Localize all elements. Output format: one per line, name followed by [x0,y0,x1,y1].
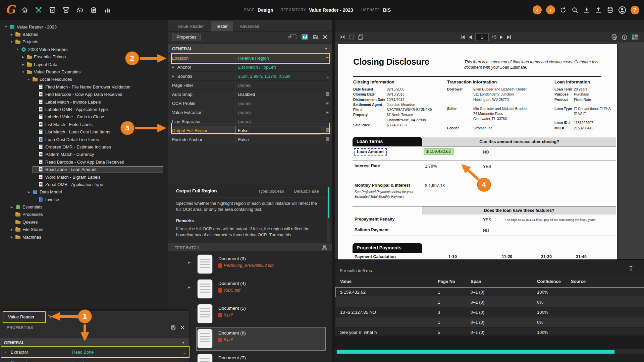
tree-item[interactable]: List Match - Loan Cost Line Items [0,128,168,135]
tree-expander-icon[interactable] [10,33,14,36]
tree-item[interactable]: Projects [0,38,168,46]
properties-chip[interactable]: Properties [172,33,201,41]
property-value[interactable]: 2.5in, 2.99in, 1.17in, 0.35in [235,72,323,80]
property-value[interactable]: (none) [235,81,323,89]
col-confidence[interactable]: Confidence [537,279,571,284]
help-button[interactable]: ? [631,6,639,14]
loan-terms-row-value[interactable]: 1.79% [425,164,437,169]
tree-item[interactable]: Queues [0,218,168,226]
property-value[interactable]: False [235,127,321,134]
repository-value[interactable]: Value Reader - 2023 [309,7,353,13]
upload-icon[interactable] [595,6,602,14]
tree-item[interactable]: List Match - Field Labels [0,121,168,128]
property-row[interactable]: Bounds 2.5in, 2.99in, 1.17in, 0.35in [168,72,332,81]
user-icon[interactable] [618,6,626,14]
save-icon[interactable] [171,325,176,330]
property-row[interactable]: OCR Profile (none) [168,99,332,108]
general-section-header[interactable]: GENERAL ▾ [168,44,332,54]
property-row[interactable]: Value Extractor (none) [168,108,332,117]
tree-item[interactable]: Label Match - Invoice Labels [0,98,168,106]
tree-item[interactable]: Labeled OMR - Application Type [0,106,168,113]
download-icon[interactable] [583,6,590,14]
property-row[interactable]: Location Relative Region [168,54,332,63]
result-row[interactable]: $ 159,432.62 1 0–1 (0) 100% [335,287,644,297]
search-icon[interactable] [571,6,579,14]
bottom-tab-value-reader[interactable]: Value Reader [3,313,39,321]
tree-expander-icon[interactable] [15,48,19,51]
archive-in-icon[interactable] [48,6,57,14]
property-value[interactable]: Disabled [235,90,323,99]
tree-item[interactable]: Machines [0,233,168,241]
property-adorn-icon[interactable] [323,74,332,79]
archive-out-icon[interactable] [62,6,70,14]
property-adorn-icon[interactable] [180,350,189,355]
info-icon[interactable] [622,34,628,40]
copy-pages-icon[interactable] [358,35,364,40]
help-scrollbar[interactable] [327,186,330,242]
fit-width-icon[interactable] [339,35,345,40]
bottom-general-header[interactable]: GENERAL ▾ [0,338,189,348]
property-value[interactable]: Read Zone [69,347,180,357]
property-adorn-icon[interactable] [323,110,332,115]
result-row[interactable]: 13 -$ 2,327.85 NO 3 0–1 (0) 100% [335,307,644,317]
help-scrollbar-thumb[interactable] [328,187,329,218]
tree-expander-icon[interactable] [21,55,25,59]
back-button[interactable]: ‹ [533,5,542,14]
property-value[interactable]: (none) [235,99,323,108]
property-adorn-icon[interactable] [180,360,189,362]
property-value[interactable]: (none) [235,108,323,117]
tree-item[interactable]: 2023 Value Readers [0,46,168,53]
tree-item[interactable]: Field Match - File Name Borrower Validat… [0,83,168,90]
tree-item[interactable]: Ordered OMR - Estimate Includes [0,143,168,150]
tree-item[interactable]: Layout Data [0,61,168,68]
tools-icon[interactable] [34,6,43,14]
property-adorn-icon[interactable] [323,128,332,133]
col-source[interactable]: Source [571,279,644,284]
property-adorn-icon[interactable] [323,101,332,106]
database-icon[interactable] [606,6,614,14]
close-icon[interactable] [323,35,328,40]
chevron-down-icon[interactable]: ▾ [325,47,327,51]
result-row[interactable]: 1 0–1 (0) 0% [335,297,644,307]
property-row[interactable]: Auto Snap Disabled [168,90,332,99]
tab-advanced[interactable]: Advanced [234,21,265,32]
results-scrollbar[interactable] [335,349,644,354]
forward-button[interactable]: › [546,5,555,14]
result-row[interactable]: 1 0–1 (0) 0% [335,317,644,327]
property-adorn-icon[interactable] [323,137,332,142]
batch-document-item[interactable]: Document (7) [168,351,332,362]
tree-expander-icon[interactable] [10,228,14,231]
tree-expander-icon[interactable] [4,25,8,28]
document-expander-icon[interactable] [188,286,191,289]
property-adorn-icon[interactable] [323,56,332,61]
tree-item[interactable]: Data Model [0,188,168,196]
tree-expander-icon[interactable] [21,70,25,74]
page-value[interactable]: Design [258,7,273,13]
tree-expander-icon[interactable] [27,190,31,194]
property-row[interactable]: Output Full Region False [168,126,332,135]
property-value[interactable]: List Match / TopLeft [235,63,323,71]
property-row[interactable]: Anchor List Match / TopLeft [168,63,332,72]
property-row[interactable]: Page Filter (none) [168,81,332,90]
tree-item[interactable]: Labeled Value - Cash to Close [0,113,168,121]
tree-item[interactable]: Loan Cost Detail Line Items [0,136,168,143]
chart-icon[interactable] [103,6,112,14]
batch-document-item[interactable]: Document (4) c5BC.pdf [168,277,332,302]
property-value[interactable]: (none) [235,117,323,126]
tree-item[interactable]: Word Match - Bigram Labels [0,173,168,181]
tree-item[interactable]: File Stores [0,226,168,233]
tree-item[interactable]: Essential Things [0,53,168,61]
tree-item[interactable]: Find Barcode - Cow App Data Received [0,91,168,98]
col-value[interactable]: Value [340,279,438,284]
first-page-icon[interactable] [460,35,465,40]
tab-value-reader[interactable]: Value Reader [172,21,209,32]
clipboard-icon[interactable] [89,6,98,14]
property-value[interactable]: False [235,135,323,144]
tree-item[interactable]: Zonal OMR - Application Type [0,181,168,188]
print-icon[interactable] [611,34,618,40]
property-expander-icon[interactable] [172,66,177,69]
results-scrollbar-thumb[interactable] [337,350,614,354]
property-row[interactable]: Line Separator (none) [168,117,332,126]
trash-icon[interactable] [628,265,634,271]
document-expander-icon[interactable] [188,261,191,264]
